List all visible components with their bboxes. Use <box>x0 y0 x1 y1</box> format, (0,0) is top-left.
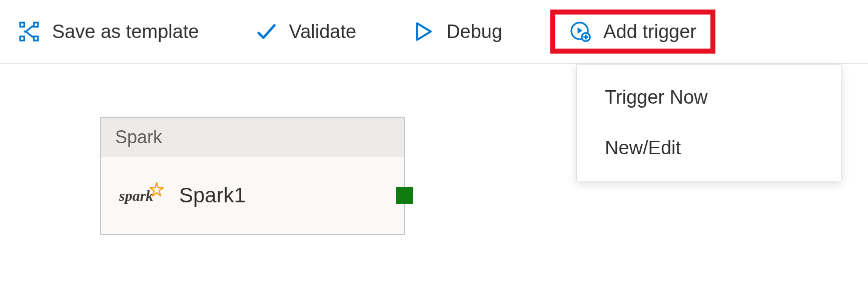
clock-add-icon <box>569 21 591 43</box>
debug-label: Debug <box>446 21 502 43</box>
activity-name: Spark1 <box>179 183 246 207</box>
template-icon <box>18 21 40 43</box>
svg-point-8 <box>32 36 34 38</box>
activity-success-port[interactable] <box>396 187 413 204</box>
toolbar: Save as template Validate Debug <box>0 0 868 64</box>
save-as-template-label: Save as template <box>52 21 199 43</box>
activity-body: spark Spark1 <box>101 157 404 234</box>
validate-label: Validate <box>289 21 357 43</box>
svg-text:spark: spark <box>119 187 153 204</box>
svg-marker-11 <box>578 28 583 34</box>
save-as-template-button[interactable]: Save as template <box>10 17 207 47</box>
svg-rect-0 <box>20 23 24 27</box>
play-icon <box>412 21 434 43</box>
spark-activity-node[interactable]: Spark spark Spark1 <box>100 117 405 235</box>
svg-line-6 <box>26 32 32 37</box>
svg-marker-9 <box>417 24 431 40</box>
new-edit-item[interactable]: New/Edit <box>587 125 831 171</box>
svg-line-5 <box>26 27 32 32</box>
activity-type-label: Spark <box>101 118 404 157</box>
svg-rect-1 <box>20 37 24 41</box>
svg-rect-2 <box>34 23 38 27</box>
add-trigger-dropdown: Trigger Now New/Edit <box>576 64 841 181</box>
add-trigger-button[interactable]: Add trigger <box>550 10 715 54</box>
svg-rect-3 <box>34 37 38 41</box>
trigger-now-item[interactable]: Trigger Now <box>587 75 831 120</box>
checkmark-icon <box>255 21 277 43</box>
svg-point-7 <box>32 25 34 27</box>
debug-button[interactable]: Debug <box>404 17 510 47</box>
validate-button[interactable]: Validate <box>247 17 365 47</box>
spark-icon: spark <box>119 182 164 209</box>
add-trigger-label: Add trigger <box>603 21 696 43</box>
